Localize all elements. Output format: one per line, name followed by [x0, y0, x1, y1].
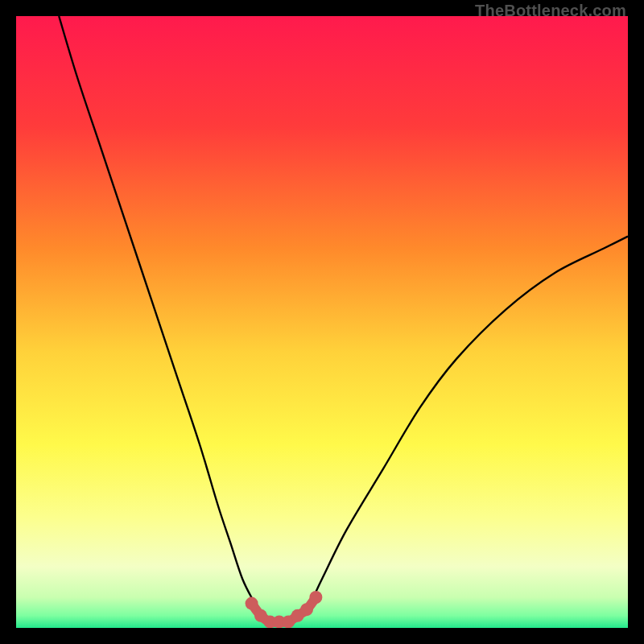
marker-dot: [309, 591, 322, 604]
marker-dot: [246, 597, 258, 610]
marker-dot: [300, 603, 313, 616]
curve-layer: [16, 16, 628, 628]
plot-area: [16, 16, 628, 628]
chart-frame: TheBottleneck.com: [0, 0, 644, 644]
bottleneck-curve: [59, 16, 628, 622]
